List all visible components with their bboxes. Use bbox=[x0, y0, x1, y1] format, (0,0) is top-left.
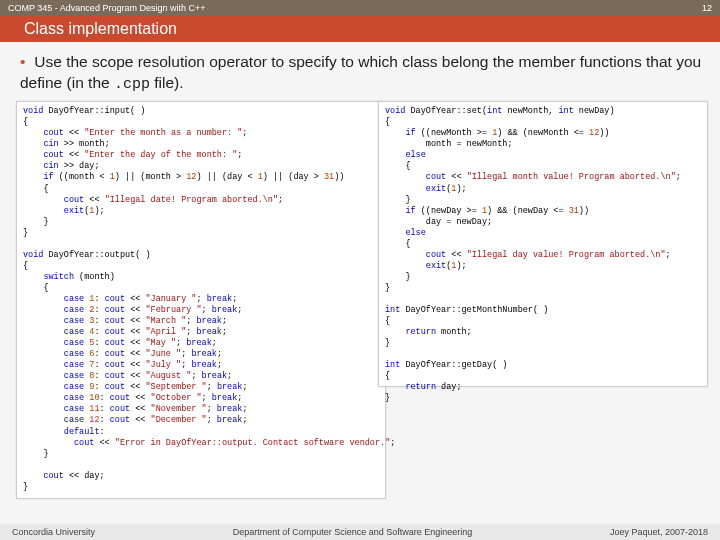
footer-center: Department of Computer Science and Softw… bbox=[233, 527, 473, 537]
footer-right: Joey Paquet, 2007-2018 bbox=[610, 527, 708, 537]
slide-title: Class implementation bbox=[24, 20, 177, 38]
slide-number: 12 bbox=[702, 3, 712, 13]
footer-left: Concordia University bbox=[12, 527, 95, 537]
course-label: COMP 345 - Advanced Program Design with … bbox=[8, 3, 205, 13]
slide-title-bar: Class implementation bbox=[0, 16, 720, 42]
header-top-bar: COMP 345 - Advanced Program Design with … bbox=[0, 0, 720, 16]
bullet-marker: • bbox=[20, 52, 30, 73]
code-box-left: void DayOfYear::input( ) { cout << "Ente… bbox=[16, 101, 386, 499]
footer-bar: Concordia University Department of Compu… bbox=[0, 524, 720, 540]
bullet-text-post: file). bbox=[150, 74, 184, 91]
code-box-right: void DayOfYear::set(int newMonth, int ne… bbox=[378, 101, 708, 387]
code-area: void DayOfYear::input( ) { cout << "Ente… bbox=[16, 101, 704, 501]
inline-code: .cpp bbox=[114, 76, 150, 93]
bullet-line: • Use the scope resolution operator to s… bbox=[16, 52, 704, 95]
slide-content: • Use the scope resolution operator to s… bbox=[0, 42, 720, 501]
